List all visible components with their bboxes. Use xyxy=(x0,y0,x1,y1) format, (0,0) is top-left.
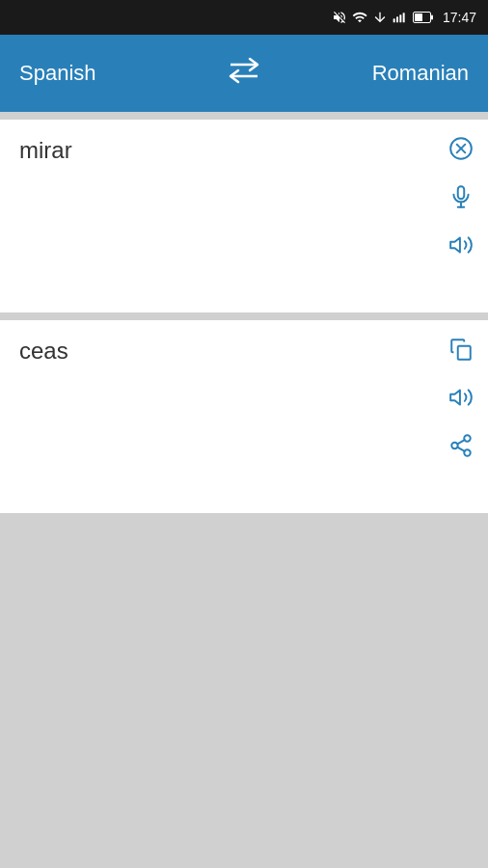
share-icon xyxy=(448,433,474,458)
svg-rect-5 xyxy=(415,14,422,21)
input-card-actions xyxy=(446,133,476,260)
status-time: 17:47 xyxy=(443,10,476,25)
copy-button[interactable] xyxy=(446,334,476,365)
status-icons: 17:47 xyxy=(332,10,476,25)
svg-rect-1 xyxy=(396,16,398,22)
svg-rect-10 xyxy=(458,186,465,199)
wifi-icon xyxy=(352,10,367,25)
svg-marker-13 xyxy=(450,237,460,252)
microphone-icon xyxy=(448,184,474,209)
output-speaker-button[interactable] xyxy=(446,382,476,413)
microphone-button[interactable] xyxy=(446,181,476,212)
output-text: ceas xyxy=(19,338,68,364)
svg-line-20 xyxy=(457,440,464,444)
svg-rect-0 xyxy=(393,18,395,22)
source-language[interactable]: Spanish xyxy=(19,61,215,86)
input-card: mirar xyxy=(0,120,488,312)
speaker-icon xyxy=(448,232,474,258)
output-card: ceas xyxy=(0,320,488,513)
output-speaker-icon xyxy=(448,385,474,410)
output-card-actions xyxy=(446,334,476,461)
clear-button[interactable] xyxy=(446,133,476,164)
svg-rect-3 xyxy=(403,13,405,22)
input-speaker-button[interactable] xyxy=(446,230,476,260)
svg-marker-15 xyxy=(450,390,460,404)
target-language[interactable]: Romanian xyxy=(273,61,469,86)
share-button[interactable] xyxy=(446,430,476,461)
close-circle-icon xyxy=(448,136,474,161)
copy-icon xyxy=(448,337,474,362)
mute-icon xyxy=(332,10,347,25)
input-text: mirar xyxy=(19,137,72,163)
toolbar: Spanish Romanian xyxy=(0,35,488,112)
svg-rect-2 xyxy=(399,14,401,22)
battery-icon xyxy=(413,12,434,23)
svg-line-19 xyxy=(457,448,464,451)
svg-rect-14 xyxy=(458,346,471,360)
main-content: mirar xyxy=(0,112,488,868)
swap-languages-button[interactable] xyxy=(215,57,273,90)
signal-download-icon xyxy=(372,10,388,25)
status-bar: 17:47 xyxy=(0,0,488,35)
signal-bars-icon xyxy=(393,10,408,25)
svg-rect-6 xyxy=(431,15,433,20)
